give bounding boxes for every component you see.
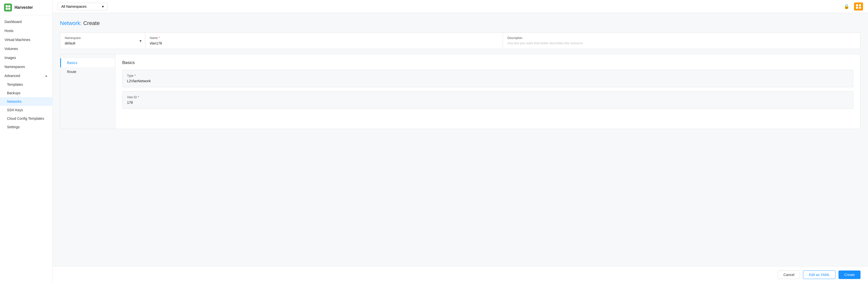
form-section-basics[interactable]: Basics — [60, 58, 115, 67]
edit-yaml-button[interactable]: Edit as YAML — [803, 271, 836, 279]
topbar-right: 🔒 — [843, 2, 863, 10]
notification-icon[interactable]: 🔒 — [843, 3, 850, 10]
topbar: All Namespaces ▾ 🔒 — [53, 0, 868, 13]
form-section-content: Basics Type * L2VlanNetwork Vlan ID * 17… — [115, 54, 860, 129]
svg-rect-7 — [859, 7, 861, 9]
main-content: All Namespaces ▾ 🔒 Network: Create — [53, 0, 868, 283]
sidebar-item-settings[interactable]: Settings — [0, 123, 52, 131]
description-field-placeholder[interactable]: Any text you want that better describes … — [507, 41, 856, 45]
vlan-id-field-group: Vlan ID * 178 — [122, 91, 853, 109]
namespace-dropdown-icon: ▾ — [140, 38, 142, 43]
sidebar-item-backups[interactable]: Backups — [0, 89, 52, 97]
name-field: Name * vlan178 — [145, 33, 503, 49]
cancel-button[interactable]: Cancel — [778, 271, 800, 279]
description-field: Description Any text you want that bette… — [503, 33, 861, 49]
vlan-id-field-value[interactable]: 178 — [127, 100, 848, 104]
section-title: Basics — [122, 60, 853, 65]
sidebar-item-advanced[interactable]: Advanced ▲ — [0, 71, 52, 80]
form-body: Basics Route Basics Type * L2VlanNetwork — [60, 54, 861, 129]
sidebar-item-volumes[interactable]: Volumes — [0, 44, 52, 53]
form-section-nav: Basics Route — [60, 54, 115, 129]
sidebar-header: Harvester — [0, 0, 52, 15]
type-field-value[interactable]: L2VlanNetwork — [127, 79, 848, 83]
app-logo — [4, 3, 12, 11]
namespace-selector[interactable]: All Namespaces ▾ — [58, 3, 107, 10]
sidebar-item-templates[interactable]: Templates — [0, 80, 52, 89]
svg-rect-4 — [856, 4, 858, 6]
name-required-indicator: * — [159, 36, 160, 40]
form-section-route[interactable]: Route — [60, 67, 115, 76]
sidebar-item-images[interactable]: Images — [0, 53, 52, 62]
svg-rect-1 — [8, 5, 10, 7]
chevron-up-icon: ▲ — [45, 74, 48, 77]
sidebar-item-dashboard[interactable]: Dashboard — [0, 17, 52, 26]
page-content: Network: Create Namespace default ▾ Name… — [53, 13, 868, 266]
type-field-label: Type * — [127, 74, 848, 77]
sidebar-item-ssh-keys[interactable]: SSH Keys — [0, 106, 52, 114]
vlan-id-required-indicator: * — [138, 95, 139, 99]
sidebar-item-networks[interactable]: Networks — [0, 97, 52, 106]
page-title: Network: Create — [60, 20, 861, 27]
svg-rect-3 — [8, 8, 10, 10]
app-title: Harvester — [14, 5, 33, 10]
type-required-indicator: * — [134, 74, 136, 77]
sidebar-item-hosts[interactable]: Hosts — [0, 26, 52, 35]
svg-rect-5 — [859, 4, 861, 6]
create-button[interactable]: Create — [838, 271, 861, 279]
sidebar: Harvester Dashboard Hosts Virtual Machin… — [0, 0, 53, 283]
sidebar-item-virtual-machines[interactable]: Virtual Machines — [0, 35, 52, 44]
type-field-group: Type * L2VlanNetwork — [122, 70, 853, 87]
sidebar-item-cloud-config-templates[interactable]: Cloud Config Templates — [0, 114, 52, 123]
user-badge[interactable] — [854, 2, 863, 10]
page-footer: Cancel Edit as YAML Create — [53, 266, 868, 283]
name-field-label: Name * — [150, 36, 498, 40]
description-field-label: Description — [507, 36, 856, 40]
sidebar-item-namespaces[interactable]: Namespaces — [0, 62, 52, 71]
form-top-fields: Namespace default ▾ Name * vlan178 Descr… — [60, 32, 861, 49]
svg-rect-0 — [6, 5, 8, 7]
sidebar-nav: Dashboard Hosts Virtual Machines Volumes… — [0, 15, 52, 283]
svg-rect-2 — [6, 8, 8, 10]
svg-rect-6 — [856, 7, 858, 9]
namespace-label: All Namespaces — [61, 4, 87, 8]
name-field-value[interactable]: vlan178 — [150, 41, 498, 45]
namespace-field-value[interactable]: default — [65, 41, 141, 45]
namespace-field-label: Namespace — [65, 36, 141, 40]
namespace-field: Namespace default ▾ — [60, 33, 145, 49]
chevron-down-icon: ▾ — [102, 4, 104, 8]
vlan-id-field-label: Vlan ID * — [127, 95, 848, 99]
